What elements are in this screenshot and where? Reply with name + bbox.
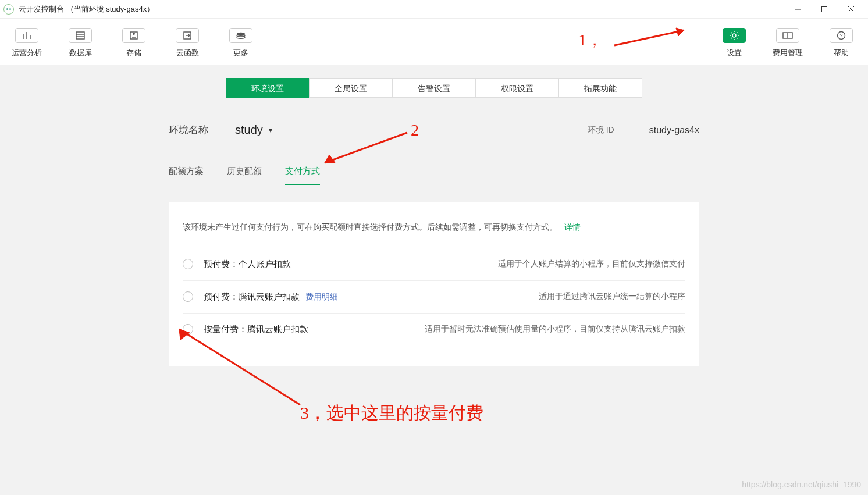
tool-help[interactable]: ? 帮助 xyxy=(814,24,868,62)
tool-label: 费用管理 xyxy=(773,48,803,58)
tool-label: 设置 xyxy=(727,48,742,58)
settings-tabs: 环境设置 全局设置 告警设置 权限设置 拓展功能 xyxy=(0,78,868,98)
radio-icon[interactable] xyxy=(183,259,193,269)
analytics-icon xyxy=(15,28,38,43)
option-title: 预付费：个人账户扣款 xyxy=(204,259,291,270)
env-id-value: study-gas4x xyxy=(649,125,699,136)
radio-icon[interactable] xyxy=(183,291,193,302)
option-prepaid-tencent[interactable]: 预付费：腾讯云账户扣款 费用明细 适用于通过腾讯云账户统一结算的小程序 xyxy=(183,280,685,313)
functions-icon xyxy=(176,28,199,43)
tool-billing[interactable]: 费用管理 xyxy=(761,24,814,62)
tool-analytics[interactable]: 运营分析 xyxy=(0,24,54,62)
content: 环境名称 study ▾ 环境 ID study-gas4x 配额方案 历史配额… xyxy=(169,123,699,366)
toolbar: 运营分析 数据库 存储 云函数 更多 设置 费用管理 xyxy=(0,19,868,65)
option-desc: 适用于通过腾讯云账户统一结算的小程序 xyxy=(539,291,685,302)
tab-extensions[interactable]: 拓展功能 xyxy=(558,78,642,98)
tool-settings[interactable]: 设置 xyxy=(707,24,761,62)
svg-rect-1 xyxy=(822,6,827,12)
storage-icon xyxy=(122,28,145,43)
svg-point-18 xyxy=(732,34,736,37)
option-desc: 适用于个人账户结算的小程序，目前仅支持微信支付 xyxy=(498,259,685,269)
tool-label: 更多 xyxy=(233,48,248,58)
billing-detail-link[interactable]: 费用明细 xyxy=(305,292,338,301)
subtab-payment[interactable]: 支付方式 xyxy=(285,166,320,185)
tab-global-settings[interactable]: 全局设置 xyxy=(309,78,393,98)
tool-database[interactable]: 数据库 xyxy=(54,24,107,62)
svg-rect-19 xyxy=(783,33,792,38)
svg-rect-7 xyxy=(76,32,84,39)
tool-label: 帮助 xyxy=(834,48,849,58)
minimize-button[interactable] xyxy=(784,0,811,19)
svg-text:?: ? xyxy=(839,33,842,38)
notice-text: 该环境未产生过任何支付行为，可在购买配额时直接选择付费方式。后续如需调整，可再切… xyxy=(183,222,557,232)
tool-more[interactable]: 更多 xyxy=(214,24,268,62)
subtab-quota[interactable]: 配额方案 xyxy=(169,166,204,185)
env-header: 环境名称 study ▾ 环境 ID study-gas4x xyxy=(169,123,699,137)
svg-point-17 xyxy=(237,35,245,38)
env-subtabs: 配额方案 历史配额 支付方式 xyxy=(169,166,699,186)
help-icon: ? xyxy=(830,28,853,43)
chevron-down-icon: ▾ xyxy=(269,126,272,134)
tool-storage[interactable]: 存储 xyxy=(107,24,161,62)
gear-icon xyxy=(723,28,746,43)
option-postpaid-tencent[interactable]: 按量付费：腾讯云账户扣款 适用于暂时无法准确预估使用量的小程序，目前仅支持从腾讯… xyxy=(183,313,685,346)
tool-label: 云函数 xyxy=(176,48,199,58)
tool-functions[interactable]: 云函数 xyxy=(161,24,214,62)
tab-env-settings[interactable]: 环境设置 xyxy=(226,78,310,98)
option-title: 按量付费：腾讯云账户扣款 xyxy=(204,324,308,335)
payment-panel: 该环境未产生过任何支付行为，可在购买配额时直接选择付费方式。后续如需调整，可再切… xyxy=(169,202,699,366)
watermark: https://blog.csdn.net/qiushi_1990 xyxy=(742,480,861,489)
notice: 该环境未产生过任何支付行为，可在购买配额时直接选择付费方式。后续如需调整，可再切… xyxy=(183,219,685,235)
billing-icon xyxy=(776,28,799,43)
more-icon xyxy=(229,28,252,43)
detail-link[interactable]: 详情 xyxy=(564,222,581,232)
tool-label: 存储 xyxy=(126,48,141,58)
env-select[interactable]: study ▾ xyxy=(235,123,272,137)
option-prepaid-personal[interactable]: 预付费：个人账户扣款 适用于个人账户结算的小程序，目前仅支持微信支付 xyxy=(183,248,685,280)
tab-alert-settings[interactable]: 告警设置 xyxy=(392,78,476,98)
env-id-label: 环境 ID xyxy=(588,125,614,136)
svg-point-11 xyxy=(133,33,134,34)
window-controls xyxy=(784,0,865,19)
maximize-button[interactable] xyxy=(811,0,838,19)
database-icon xyxy=(69,28,92,43)
env-name-label: 环境名称 xyxy=(169,123,208,137)
radio-icon[interactable] xyxy=(183,324,193,334)
tool-label: 数据库 xyxy=(69,48,92,58)
annotation-3: 3，选中这里的按量付费 xyxy=(300,401,483,425)
subtab-history[interactable]: 历史配额 xyxy=(227,166,262,185)
option-desc: 适用于暂时无法准确预估使用量的小程序，目前仅支持从腾讯云账户扣款 xyxy=(425,324,685,334)
window-title: 云开发控制台 （当前环境 study-gas4x） xyxy=(19,4,154,15)
close-button[interactable] xyxy=(838,0,865,19)
tool-label: 运营分析 xyxy=(12,48,42,58)
option-title: 预付费：腾讯云账户扣款 费用明细 xyxy=(204,291,338,302)
env-name-value: study xyxy=(235,123,263,137)
app-icon xyxy=(3,4,14,15)
tab-permission-settings[interactable]: 权限设置 xyxy=(475,78,559,98)
title-bar: 云开发控制台 （当前环境 study-gas4x） xyxy=(0,0,868,19)
